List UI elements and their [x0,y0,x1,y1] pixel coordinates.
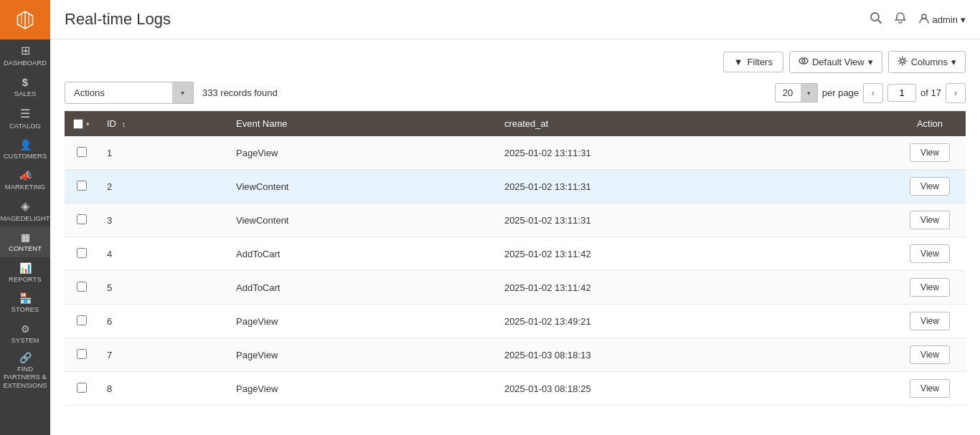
row-id: 1 [98,136,227,170]
toolbar-top: ▼ Filters Default View ▾ [65,51,966,73]
row-event-name: ViewContent [227,204,496,237]
default-view-button[interactable]: Default View ▾ [789,51,882,73]
view-button[interactable]: View [910,211,950,229]
row-checkbox[interactable] [77,181,87,191]
data-table: ▾ ID ↕ Event Name created_at Action [65,111,966,406]
sidebar-item-dashboard[interactable]: ⊞ DASHBOARD [0,39,50,71]
per-page-select[interactable]: 20 50 100 [775,83,818,102]
sidebar-item-stores[interactable]: 🏪 STORES [0,287,50,317]
sidebar-logo[interactable] [0,0,50,39]
content-icon: ▦ [21,232,30,242]
row-created-at: 2025-01-02 13:11:31 [496,170,894,204]
view-button[interactable]: View [910,278,950,297]
marketing-icon: 📣 [19,171,32,181]
columns-button[interactable]: Columns ▾ [888,51,966,73]
row-created-at: 2025-01-03 08:18:13 [496,338,894,372]
next-page-button[interactable]: › [946,83,966,103]
table-header: ▾ ID ↕ Event Name created_at Action [65,111,966,136]
row-checkbox-cell [65,136,98,170]
search-icon[interactable] [870,11,882,28]
table-row: 3 ViewContent 2025-01-02 13:11:31 View [65,204,966,237]
sidebar-item-find-partners[interactable]: 🔗 FIND PARTNERS & EXTENSIONS [0,348,50,393]
id-sort-icon: ↕ [122,120,126,128]
sidebar-item-system[interactable]: ⚙ SYSTEM [0,318,50,348]
view-button[interactable]: View [910,379,950,398]
sidebar-item-label: CUSTOMERS [4,152,47,160]
table-row: 6 PageView 2025-01-02 13:49:21 View [65,305,966,338]
checkbox-dropdown-icon[interactable]: ▾ [86,120,90,128]
default-view-label: Default View [812,57,864,67]
sidebar-item-reports[interactable]: 📊 REPORTS [0,257,50,287]
top-header: Real-time Logs [50,0,980,39]
event-name-header: Event Name [227,111,496,136]
table-row: 5 AddToCart 2025-01-02 13:11:42 View [65,271,966,305]
per-page-wrapper: 20 50 100 ▾ [775,83,818,102]
row-action-cell: View [894,170,966,204]
sidebar-item-content[interactable]: ▦ CONTENT [0,226,50,257]
actions-select-wrapper: Actions ▾ [65,82,194,104]
notification-bell-icon[interactable] [894,11,907,28]
row-action-cell: View [894,372,966,406]
row-id: 2 [98,170,227,204]
filters-label: Filters [748,57,773,67]
svg-point-5 [900,59,904,63]
table-row: 2 ViewContent 2025-01-02 13:11:31 View [65,170,966,204]
view-button[interactable]: View [910,312,950,330]
row-checkbox[interactable] [77,248,87,258]
row-event-name: PageView [227,372,496,406]
row-event-name: ViewContent [227,170,496,204]
sidebar-item-label: DASHBOARD [4,59,47,67]
view-button[interactable]: View [910,177,950,196]
row-checkbox-cell [65,305,98,338]
records-count: 333 records found [202,87,278,98]
sidebar-item-label: CATALOG [9,122,41,130]
dashboard-icon: ⊞ [21,45,30,57]
view-button[interactable]: View [910,345,950,364]
row-created-at: 2025-01-02 13:11:31 [496,204,894,237]
row-created-at: 2025-01-03 08:18:25 [496,372,894,406]
admin-menu[interactable]: admin ▾ [918,13,966,27]
view-button[interactable]: View [910,143,950,162]
row-checkbox[interactable] [77,349,87,359]
row-checkbox[interactable] [77,147,87,157]
eye-icon [798,56,809,68]
id-header[interactable]: ID ↕ [98,111,227,136]
sidebar-item-customers[interactable]: 👤 CUSTOMERS [0,134,50,164]
sidebar-item-label: REPORTS [9,275,42,283]
table-row: 8 PageView 2025-01-03 08:18:25 View [65,372,966,406]
actions-select[interactable]: Actions [65,82,194,104]
row-created-at: 2025-01-02 13:11:42 [496,237,894,271]
row-checkbox-cell [65,237,98,271]
view-button[interactable]: View [910,244,950,263]
row-action-cell: View [894,338,966,372]
sidebar-item-marketing[interactable]: 📣 MARKETING [0,165,50,195]
sidebar-item-sales[interactable]: $ SALES [0,71,50,102]
svg-line-1 [877,19,881,23]
prev-page-button[interactable]: ‹ [863,83,883,103]
row-checkbox[interactable] [77,383,87,393]
row-checkbox[interactable] [77,315,87,325]
find-partners-icon: 🔗 [19,353,32,363]
row-id: 5 [98,271,227,305]
select-all-checkbox[interactable] [73,119,83,129]
row-event-name: PageView [227,305,496,338]
row-action-cell: View [894,136,966,170]
sidebar-item-catalog[interactable]: ☰ CATALOG [0,102,50,134]
sidebar-item-magedelight[interactable]: ◈ MAGEDELIGHT [0,195,50,226]
row-checkbox[interactable] [77,214,87,224]
sidebar-item-label: CONTENT [9,244,42,252]
row-id: 3 [98,204,227,237]
row-checkbox-cell [65,204,98,237]
table-row: 1 PageView 2025-01-02 13:11:31 View [65,136,966,170]
row-created-at: 2025-01-02 13:11:42 [496,271,894,305]
filters-button[interactable]: ▼ Filters [723,52,783,72]
page-input[interactable] [887,84,916,102]
catalog-icon: ☰ [20,108,30,120]
page-title: Real-time Logs [65,10,171,29]
svg-point-3 [799,58,808,64]
row-event-name: PageView [227,136,496,170]
row-checkbox[interactable] [77,282,87,292]
columns-gear-icon [897,56,908,68]
action-header: Action [894,111,966,136]
id-header-label: ID [107,118,116,129]
